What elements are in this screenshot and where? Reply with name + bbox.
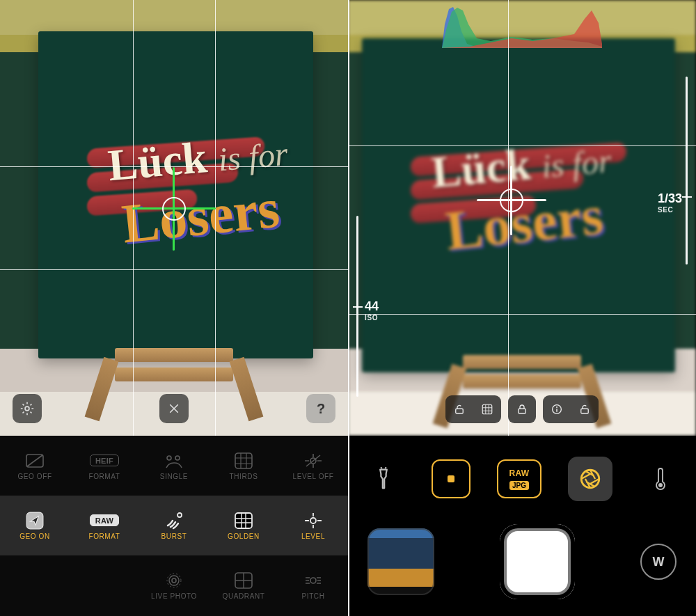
option-single[interactable]: SINGLE [139,437,209,494]
flashlight-icon [373,467,394,491]
settings-option-grid: GEO OFF HEIF FORMAT SINGLE THIRDS LEVEL … [0,436,348,616]
svg-point-14 [310,578,316,583]
thermometer-icon [654,466,667,491]
shutter-speed-slider[interactable] [686,77,688,264]
option-format-raw[interactable]: RAW FORMAT [70,497,139,554]
focus-square-icon [444,472,458,486]
pitch-icon [299,571,327,590]
wb-lock-button[interactable] [571,395,599,423]
heif-badge-icon: HEIF [90,452,118,470]
option-geo-on[interactable]: GEO ON [0,497,70,554]
svg-point-3 [175,456,180,460]
lock-icon [516,403,528,416]
svg-rect-15 [456,409,464,413]
svg-rect-16 [482,404,492,414]
option-burst[interactable]: BURST [139,497,209,554]
raw-badge-icon: RAW [90,512,118,530]
option-spacer-2 [70,558,139,615]
svg-rect-22 [448,475,454,482]
location-arrow-icon [21,512,49,530]
svg-rect-17 [519,409,526,413]
question-icon: ? [317,401,325,417]
raw-label: RAW [509,468,530,478]
quick-actions-row: RAW JPG [348,451,696,507]
live-photo-icon [160,571,188,590]
burst-icon [160,512,188,530]
geo-off-icon [21,452,49,470]
close-button[interactable] [159,394,189,423]
level-off-icon [299,452,327,470]
level-icon [299,512,327,530]
option-live-photo[interactable]: LIVE PHOTO [139,558,209,615]
option-format-heif[interactable]: HEIF FORMAT [70,437,139,494]
svg-point-24 [658,483,663,487]
iso-readout: 44 ISO [365,299,379,322]
quadrant-grid-icon [230,571,258,590]
level-reticle [125,160,223,258]
golden-grid-icon [230,512,258,530]
svg-rect-20 [556,409,557,412]
info-icon [551,403,563,416]
ae-lock-button[interactable] [445,395,473,423]
help-button[interactable]: ? [306,394,335,423]
single-icon [160,452,188,470]
thirds-grid-icon [230,452,258,470]
svg-point-23 [581,470,599,488]
aperture-icon [578,467,602,491]
bottom-toolbar: RAW JPG W [348,436,696,616]
option-golden[interactable]: GOLDEN [209,497,278,554]
wide-lens-button[interactable]: W [640,544,677,580]
shutter-button[interactable] [500,524,575,599]
option-level-off[interactable]: LEVEL OFF [278,437,348,494]
option-pitch[interactable]: PITCH [278,558,348,615]
svg-point-0 [25,406,29,411]
wb-info-button[interactable] [543,395,571,423]
option-spacer-1 [0,558,70,615]
temperature-button[interactable] [638,457,683,501]
svg-point-2 [167,456,171,460]
svg-rect-21 [581,409,589,413]
shutter-row: W [348,520,696,603]
focus-mode-button[interactable] [432,459,470,498]
grid-icon [481,403,493,416]
option-geo-off[interactable]: GEO OFF [0,437,70,494]
svg-point-19 [556,406,557,408]
svg-rect-4 [235,453,252,468]
option-level[interactable]: LEVEL [278,497,348,554]
unlock-icon [578,403,591,416]
gallery-thumbnail[interactable] [367,528,434,595]
iso-slider[interactable] [356,216,358,397]
settings-button[interactable] [13,394,42,423]
aperture-button[interactable] [568,457,612,501]
svg-point-11 [169,576,179,585]
format-button[interactable]: RAW JPG [497,459,541,498]
gear-icon [19,401,35,416]
focus-reticle[interactable] [463,152,560,249]
grid-toggle-button[interactable] [473,395,501,423]
close-icon [168,402,180,415]
svg-point-7 [177,513,182,517]
pane-divider [348,0,349,616]
wide-lens-label: W [653,555,665,569]
viewfinder-right[interactable]: Lück is for Losers [348,0,696,436]
af-lock-button[interactable] [508,395,536,423]
left-pane: Lück is for Losers ? [0,0,348,616]
option-thirds[interactable]: THIRDS [209,437,278,494]
svg-point-10 [172,578,176,583]
shutter-speed-readout: 1/33 SEC [658,191,682,214]
right-pane: Lück is for Losers [348,0,696,616]
option-quadrant[interactable]: QUADRANT [209,558,278,615]
svg-rect-8 [235,513,252,528]
lock-bar [445,395,599,423]
viewfinder-left[interactable]: Lück is for Losers ? [0,0,348,436]
jpg-label: JPG [509,481,529,490]
svg-point-9 [310,518,316,523]
unlock-icon [453,403,466,416]
flashlight-button[interactable] [361,457,406,501]
